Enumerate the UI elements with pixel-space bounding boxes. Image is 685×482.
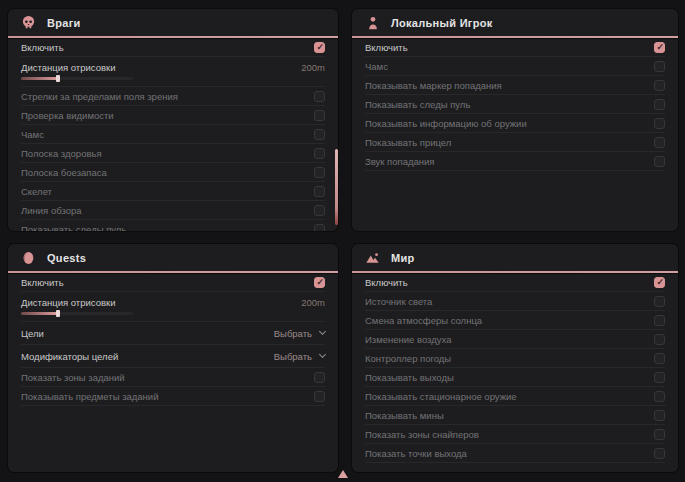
checkbox[interactable] [654,118,665,129]
setting-row-main: Показывать мины [365,410,665,421]
setting-row: Показывать прицел [365,133,665,152]
setting-row-main: Полоска здоровья [21,148,325,159]
checkbox[interactable] [314,277,325,288]
chevron-down-icon [319,351,326,358]
checkbox[interactable] [654,296,665,307]
checkbox[interactable] [654,61,665,72]
setting-row-main: Показать зоны снайперов [365,429,665,440]
setting-row: Показывать мины [365,406,665,425]
scrollbar-thumb[interactable] [335,149,338,225]
setting-row-main: Чамс [365,61,665,72]
setting-row-main: Звук попадания [365,156,665,167]
slider-handle[interactable] [56,75,60,82]
setting-row: Показывать выходы [365,368,665,387]
panel-world-rows: ВключитьИсточник светаСмена атмосферы со… [352,273,678,472]
checkbox[interactable] [314,42,325,53]
setting-row-main: Контроллер погоды [365,353,665,364]
checkbox[interactable] [314,91,325,102]
setting-label: Звук попадания [365,156,435,167]
checkbox[interactable] [314,110,325,121]
setting-row: Скелет [21,182,325,201]
checkbox[interactable] [654,410,665,421]
setting-label: Включить [21,42,64,53]
panel-enemies-header: Враги [8,9,338,36]
checkbox[interactable] [314,129,325,140]
checkbox[interactable] [654,429,665,440]
checkbox[interactable] [654,42,665,53]
dropdown[interactable]: Выбрать [274,351,325,362]
checkbox[interactable] [654,372,665,383]
setting-row-main: Показывать следы пуль [21,224,325,232]
checkbox[interactable] [654,99,665,110]
checkbox[interactable] [314,224,325,232]
slider-value: 200m [301,62,325,73]
checkbox[interactable] [654,80,665,91]
setting-row-main: Показывать стационарное оружие [365,391,665,402]
checkbox[interactable] [654,353,665,364]
setting-row: Показать точки выхода [365,444,665,463]
setting-row-main: Полоска боезапаса [21,167,325,178]
setting-label: Дистанция отрисовки [21,62,115,73]
checkbox[interactable] [654,391,665,402]
panel-local-player: Локальный Игрок ВключитьЧамсПоказывать м… [352,9,678,231]
checkbox[interactable] [654,277,665,288]
checkbox[interactable] [654,315,665,326]
setting-label: Показывать следы пуль [21,224,126,232]
setting-row: Смена атмосферы солнца [365,311,665,330]
panel-world-title: Мир [391,252,415,264]
setting-row-main: Включить [365,277,665,288]
setting-label: Включить [21,277,64,288]
panel-quests: Quests ВключитьДистанция отрисовки200mЦе… [8,244,338,472]
checkbox[interactable] [314,372,325,383]
checkbox[interactable] [654,448,665,459]
setting-row-main: Изменение воздуха [365,334,665,345]
setting-row: ЦелиВыбрать [21,322,325,345]
setting-row: Стрелки за пределами поля зрения [21,87,325,106]
setting-label: Чамс [21,129,44,140]
setting-row-main: Показывать следы пуль [365,99,665,110]
setting-row-main: Чамс [21,129,325,140]
setting-row: Линия обзора [21,201,325,220]
checkbox[interactable] [314,391,325,402]
checkbox[interactable] [654,156,665,167]
checkbox[interactable] [314,148,325,159]
slider-track[interactable] [21,312,133,315]
setting-label: Показать зоны снайперов [365,429,479,440]
setting-label: Цели [21,328,44,339]
chevron-down-icon [319,328,326,335]
panel-world: Мир ВключитьИсточник светаСмена атмосфер… [352,244,678,472]
setting-label: Включить [365,277,408,288]
setting-row: Показывать информацию об оружии [365,114,665,133]
panel-local-player-rows: ВключитьЧамсПоказывать маркер попаданияП… [352,38,678,231]
setting-row-main: Смена атмосферы солнца [365,315,665,326]
setting-row: Показать зоны заданий [21,368,325,387]
setting-row-main: Проверка видимости [21,110,325,121]
setting-row: Включить [21,273,325,292]
checkbox[interactable] [654,137,665,148]
checkbox[interactable] [314,186,325,197]
slider-handle[interactable] [56,310,60,317]
slider-value: 200m [301,297,325,308]
setting-row: Изменение воздуха [365,330,665,349]
setting-label: Линия обзора [21,205,82,216]
checkbox[interactable] [314,167,325,178]
setting-label: Источник света [365,296,432,307]
setting-row: Показывать предметы заданий [21,387,325,406]
skull-icon [21,15,36,30]
setting-row-main: Источник света [365,296,665,307]
setting-label: Включить [365,42,408,53]
slider-fill [21,77,58,80]
panel-quests-header: Quests [8,244,338,271]
setting-row-main: Показывать маркер попадания [365,80,665,91]
setting-row-main: Стрелки за пределами поля зрения [21,91,325,102]
setting-label: Показывать стационарное оружие [365,391,517,402]
slider-track[interactable] [21,77,133,80]
setting-row-main: Включить [365,42,665,53]
dropdown[interactable]: Выбрать [274,328,325,339]
setting-row-main: Скелет [21,186,325,197]
world-icon [365,250,380,265]
setting-label: Стрелки за пределами поля зрения [21,91,178,102]
pointer-triangle-icon [338,470,348,478]
checkbox[interactable] [314,205,325,216]
checkbox[interactable] [654,334,665,345]
